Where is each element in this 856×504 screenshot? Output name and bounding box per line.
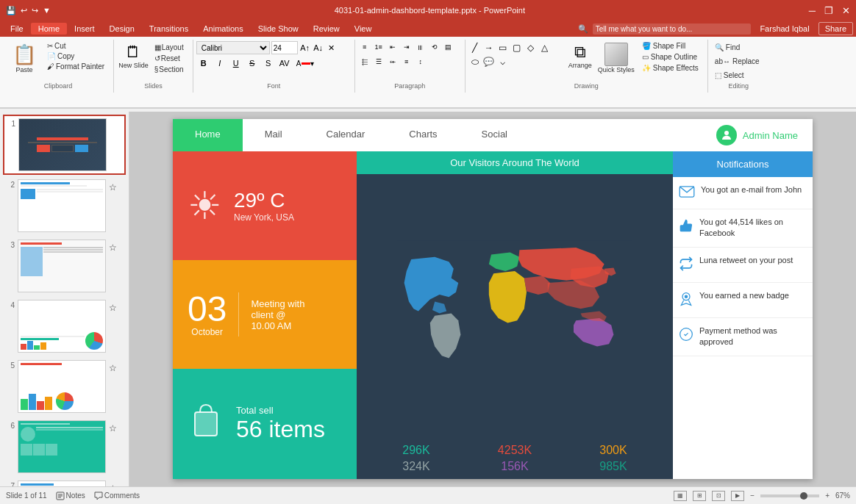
- decrease-indent-button[interactable]: ⇤: [386, 41, 399, 53]
- menu-transitions[interactable]: Transitions: [142, 23, 196, 35]
- column-button[interactable]: ⫼: [414, 41, 427, 53]
- font-color-button[interactable]: A▾: [296, 60, 315, 68]
- font-decrease-button[interactable]: A↓: [313, 42, 324, 54]
- shape-rounded-btn[interactable]: ▢: [510, 41, 524, 54]
- section-button[interactable]: §Section: [151, 65, 187, 74]
- font-name-select[interactable]: Calibri: [196, 41, 270, 54]
- notifications-panel: Notifications You got an e-mail from Joh…: [673, 151, 813, 479]
- drawing-group: ╱ → ▭ ▢ ◇ △ ⬭ 💬 ⌵ ⧉ Arrange: [466, 40, 708, 93]
- arrange-button[interactable]: ⧉ Arrange: [567, 41, 593, 71]
- char-spacing-button[interactable]: AV: [277, 56, 292, 71]
- zoom-thumb[interactable]: [800, 492, 807, 500]
- slide-thumb-4[interactable]: 4 ☆: [3, 297, 126, 356]
- sell-card: Total sell 56 items: [173, 369, 357, 479]
- customize-icon[interactable]: ▼: [43, 6, 51, 15]
- slide-thumb-1[interactable]: 1: [3, 115, 126, 175]
- redo-icon[interactable]: ↪: [32, 6, 38, 15]
- slide-thumb-5[interactable]: 5 ☆: [3, 357, 126, 416]
- slide-thumb-3[interactable]: 3 ☆: [3, 237, 126, 295]
- increase-indent-button[interactable]: ⇥: [400, 41, 413, 53]
- slide-show-button[interactable]: ▶: [731, 491, 744, 501]
- shape-diamond-btn[interactable]: ◇: [524, 41, 538, 54]
- search-input[interactable]: Tell me what you want to do...: [593, 24, 752, 35]
- nav-tab-charts[interactable]: Charts: [387, 119, 459, 151]
- shape-outline-button[interactable]: ▭ Shape Outline: [639, 52, 702, 62]
- zoom-out-button[interactable]: −: [750, 492, 755, 500]
- drawing-label: Drawing: [466, 82, 707, 90]
- share-button[interactable]: Share: [818, 22, 853, 35]
- map-title: Our Visitors Around The World: [357, 151, 673, 174]
- star-badge-4: ☆: [109, 303, 117, 313]
- smart-art-button[interactable]: ▤: [442, 41, 455, 53]
- replace-button[interactable]: ab↔Replace: [711, 55, 763, 68]
- reading-view-button[interactable]: ⊡: [712, 491, 725, 501]
- menu-view[interactable]: View: [347, 23, 379, 35]
- shape-rect-btn[interactable]: ▭: [496, 41, 510, 54]
- menu-animations[interactable]: Animations: [196, 23, 250, 35]
- menu-home[interactable]: Home: [31, 23, 67, 35]
- strikethrough-button[interactable]: S: [245, 56, 260, 71]
- outline-view-button[interactable]: ⊞: [693, 491, 706, 501]
- copy-button[interactable]: 📄Copy: [44, 51, 107, 61]
- nav-tab-social[interactable]: Social: [460, 119, 529, 151]
- menu-slideshow[interactable]: Slide Show: [251, 23, 306, 35]
- restore-button[interactable]: ❐: [824, 5, 833, 16]
- quick-styles-button[interactable]: Quick Styles: [596, 41, 636, 75]
- paragraph-group: ≡ 1≡ ⇤ ⇥ ⫼ ⟲ ▤ ⬱ ☰ ⬰ ≡ ↕ Paragraph: [355, 40, 466, 93]
- menu-review[interactable]: Review: [306, 23, 347, 35]
- slide-panel: 1 2 ☆ 3 ☆: [0, 112, 129, 486]
- slide-thumb-6[interactable]: 6 ☆: [3, 417, 126, 476]
- shape-arrow-btn[interactable]: →: [482, 41, 496, 54]
- minimize-button[interactable]: ─: [809, 5, 816, 16]
- menu-design[interactable]: Design: [102, 23, 142, 35]
- shape-cylinder-btn[interactable]: ⬭: [468, 55, 482, 68]
- align-right-button[interactable]: ⬰: [386, 56, 399, 68]
- zoom-slider[interactable]: [760, 494, 819, 497]
- shape-fill-button[interactable]: 🪣 Shape Fill: [639, 41, 702, 51]
- paragraph-label: Paragraph: [355, 82, 465, 90]
- nav-tab-home[interactable]: Home: [173, 119, 243, 151]
- find-button[interactable]: 🔍Find: [711, 41, 763, 54]
- italic-button[interactable]: I: [213, 56, 227, 71]
- text-shadow-button[interactable]: S: [261, 56, 276, 71]
- align-center-button[interactable]: ☰: [372, 56, 385, 68]
- comments-button[interactable]: Comments: [94, 492, 140, 500]
- nav-tab-calendar[interactable]: Calendar: [304, 119, 388, 151]
- zoom-in-button[interactable]: +: [825, 492, 830, 500]
- layout-button[interactable]: ▦Layout: [151, 43, 187, 52]
- star-badge-3: ☆: [109, 242, 117, 253]
- shape-callout-btn[interactable]: 💬: [482, 55, 496, 68]
- select-button[interactable]: ⬚Select: [711, 69, 763, 82]
- shape-line-btn[interactable]: ╱: [468, 41, 482, 54]
- justify-button[interactable]: ≡: [400, 56, 413, 68]
- format-painter-button[interactable]: 🖌Format Painter: [44, 62, 107, 71]
- numbering-button[interactable]: 1≡: [372, 41, 385, 53]
- text-direction-button[interactable]: ⟲: [428, 41, 441, 53]
- star-badge-6: ☆: [109, 423, 117, 433]
- menu-file[interactable]: File: [3, 23, 31, 35]
- close-button[interactable]: ✕: [842, 5, 850, 16]
- font-increase-button[interactable]: A↑: [299, 42, 311, 54]
- shape-more-btn[interactable]: ⌵: [496, 55, 510, 68]
- nav-tab-mail[interactable]: Mail: [243, 119, 304, 151]
- save-icon[interactable]: 💾: [6, 6, 16, 15]
- underline-button[interactable]: U: [229, 56, 243, 71]
- normal-view-button[interactable]: ▦: [674, 491, 687, 501]
- new-slide-button[interactable]: 🗒 New Slide: [117, 41, 150, 71]
- shape-triangle-btn[interactable]: △: [538, 41, 552, 54]
- line-spacing-button[interactable]: ↕: [414, 56, 427, 68]
- bullets-button[interactable]: ≡: [358, 41, 371, 53]
- paste-button[interactable]: 📋 Paste: [6, 41, 43, 76]
- align-left-button[interactable]: ⬱: [358, 56, 371, 68]
- undo-icon[interactable]: ↩: [21, 6, 27, 15]
- reset-button[interactable]: ↺Reset: [151, 54, 187, 63]
- menu-insert[interactable]: Insert: [67, 23, 102, 35]
- clear-format-button[interactable]: ✕: [326, 42, 338, 54]
- slide-thumb-2[interactable]: 2 ☆: [3, 176, 126, 235]
- notes-button[interactable]: Notes: [56, 492, 85, 500]
- bold-button[interactable]: B: [196, 56, 211, 71]
- cut-button[interactable]: ✂Cut: [44, 41, 107, 51]
- slide-thumb-7[interactable]: 7 ☆: [3, 478, 126, 486]
- font-size-input[interactable]: [271, 41, 298, 54]
- shape-effects-button[interactable]: ✨ Shape Effects: [639, 63, 702, 73]
